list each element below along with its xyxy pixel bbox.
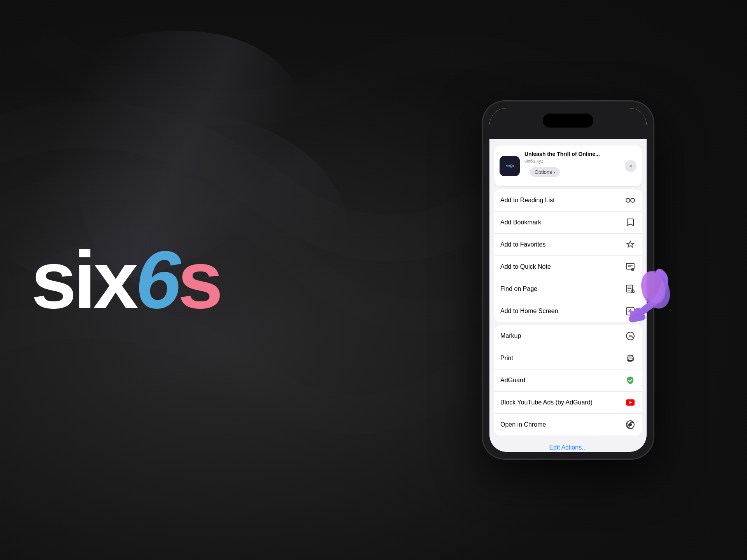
menu-item-label-bookmark: Add Bookmark	[500, 219, 541, 226]
adguard-icon	[625, 375, 636, 386]
svg-point-12	[632, 358, 633, 359]
menu-item-markup[interactable]: Markup	[494, 325, 642, 347]
svg-point-2	[626, 198, 630, 202]
menu-item-find-on-page[interactable]: Find on Page	[494, 278, 642, 300]
menu-item-block-youtube[interactable]: Block YouTube Ads (by AdGuard)	[494, 392, 642, 414]
logo-s1: s	[31, 239, 74, 321]
menu-section-1: Add to Reading List Add Bookmark	[494, 189, 642, 322]
logo-s2: s	[178, 239, 220, 321]
site-info: Unleash the Thrill of Online... six6s.xy…	[524, 151, 620, 181]
svg-rect-11	[628, 359, 632, 361]
options-button[interactable]: Options ›	[530, 167, 560, 177]
phone-top-bar	[489, 108, 647, 139]
options-row: Options ›	[524, 165, 620, 181]
menu-item-label-reading-list: Add to Reading List	[500, 197, 555, 204]
logo-6: 6	[135, 239, 178, 321]
share-header: six6s Unleash the Thrill of Online... si…	[494, 145, 642, 186]
close-button[interactable]: ×	[625, 160, 637, 172]
menu-item-favorites[interactable]: Add to Favorites	[494, 234, 642, 256]
menu-item-label-adguard: AdGuard	[500, 377, 525, 384]
menu-item-print[interactable]: Print	[494, 347, 642, 369]
favorites-icon	[625, 239, 636, 250]
menu-item-adguard[interactable]: AdGuard	[494, 369, 642, 392]
share-content: Add to Reading List Add Bookmark	[489, 189, 647, 452]
svg-point-3	[631, 198, 635, 202]
menu-item-label-favorites: Add to Favorites	[500, 241, 546, 248]
menu-item-label-find-on-page: Find on Page	[500, 285, 537, 292]
dynamic-island	[543, 114, 593, 128]
arrow-decoration	[624, 268, 671, 327]
menu-section-2: Markup Print	[494, 325, 642, 436]
markup-icon	[625, 331, 636, 341]
menu-item-bookmark[interactable]: Add Bookmark	[494, 212, 642, 234]
menu-item-reading-list[interactable]: Add to Reading List	[494, 189, 642, 212]
phone-screen: six6s Unleash the Thrill of Online... si…	[489, 108, 647, 452]
menu-item-label-quick-note: Add to Quick Note	[500, 263, 551, 270]
menu-item-open-chrome[interactable]: Open in Chrome	[494, 414, 642, 436]
edit-actions-area: Edit Actions...	[494, 439, 642, 452]
menu-item-quick-note[interactable]: Add to Quick Note	[494, 256, 642, 278]
menu-item-label-home-screen: Add to Home Screen	[500, 308, 558, 315]
logo: six6s	[31, 239, 220, 321]
share-sheet: six6s Unleash the Thrill of Online... si…	[489, 139, 647, 452]
menu-item-label-print: Print	[500, 355, 513, 362]
open-chrome-icon	[625, 419, 636, 430]
logo-i: i	[74, 239, 93, 321]
reading-list-icon	[625, 195, 636, 206]
menu-item-label-open-chrome: Open in Chrome	[500, 421, 546, 428]
menu-item-home-screen[interactable]: Add to Home Screen	[494, 300, 642, 322]
menu-item-label-block-youtube: Block YouTube Ads (by AdGuard)	[500, 399, 593, 406]
site-url: six6s.xyz	[524, 158, 620, 164]
block-youtube-icon	[625, 397, 636, 408]
bookmark-icon	[625, 217, 636, 228]
site-favicon: six6s	[500, 156, 520, 176]
print-icon	[625, 353, 636, 364]
logo-area: six6s	[31, 239, 272, 321]
menu-item-label-markup: Markup	[500, 332, 521, 340]
edit-actions-button[interactable]: Edit Actions...	[549, 444, 587, 451]
logo-x: x	[93, 239, 135, 321]
site-title: Unleash the Thrill of Online...	[524, 151, 620, 157]
